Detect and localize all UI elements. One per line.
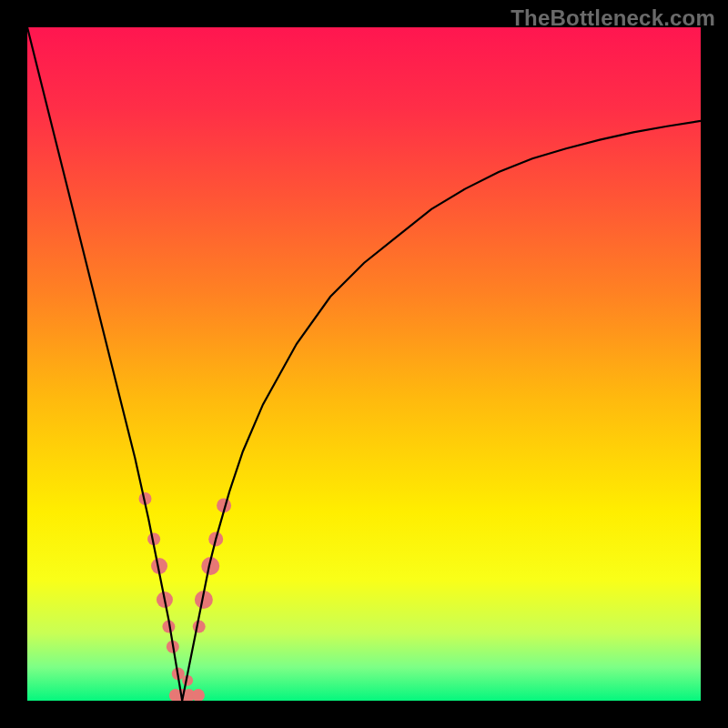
chart-frame: TheBottleneck.com bbox=[0, 0, 728, 728]
data-marker bbox=[193, 621, 206, 633]
marker-layer bbox=[139, 492, 232, 701]
data-marker bbox=[192, 689, 205, 701]
watermark-text: TheBottleneck.com bbox=[511, 5, 715, 31]
bottleneck-curve bbox=[27, 27, 701, 701]
chart-svg bbox=[27, 27, 701, 701]
plot-area bbox=[27, 27, 701, 701]
